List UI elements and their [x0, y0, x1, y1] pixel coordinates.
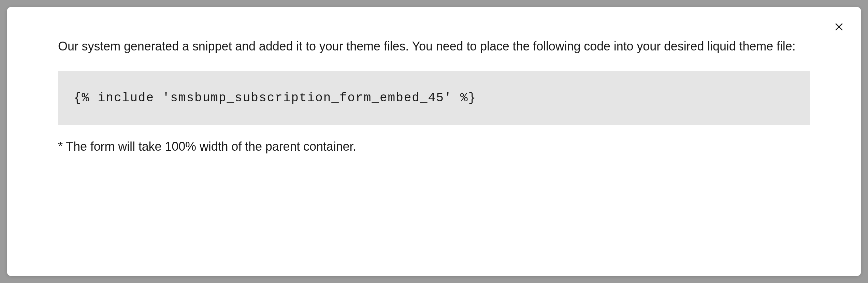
intro-text: Our system generated a snippet and added…: [58, 38, 810, 55]
close-icon: [834, 22, 844, 33]
code-snippet[interactable]: {% include 'smsbump_subscription_form_em…: [58, 71, 810, 125]
snippet-modal: Our system generated a snippet and added…: [7, 7, 861, 276]
close-button[interactable]: [832, 20, 846, 34]
note-text: * The form will take 100% width of the p…: [58, 138, 810, 155]
